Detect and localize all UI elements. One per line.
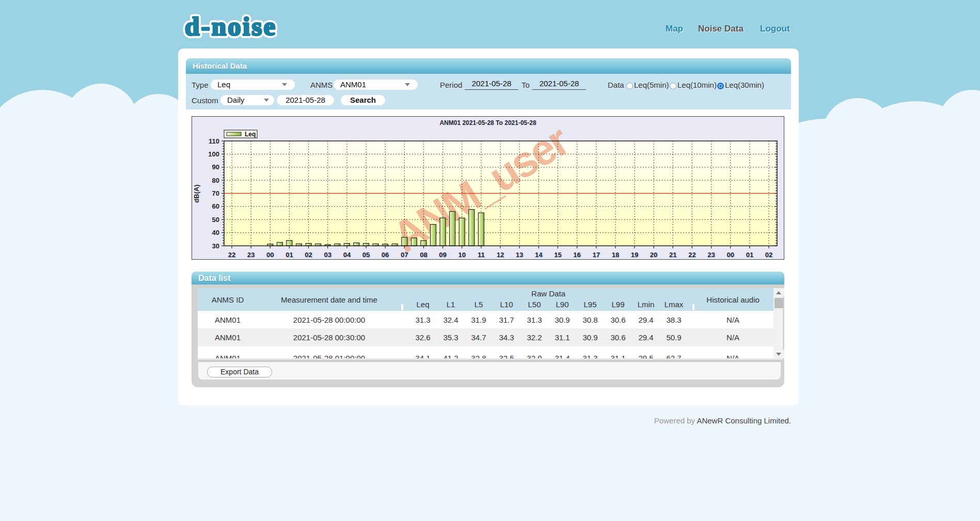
svg-text:04: 04 [343,251,351,259]
svg-text:60: 60 [212,202,219,210]
svg-text:01: 01 [286,251,293,259]
svg-text:05: 05 [362,251,370,259]
svg-text:12: 12 [497,251,504,259]
svg-text:02: 02 [765,251,772,259]
svg-text:22: 22 [688,251,696,259]
svg-text:23: 23 [247,251,255,259]
svg-text:07: 07 [401,251,408,259]
svg-text:14: 14 [535,251,543,259]
svg-text:ANM01 2021-05-28 To 2021-05-28: ANM01 2021-05-28 To 2021-05-28 [439,119,536,127]
svg-text:00: 00 [726,251,734,259]
svg-text:100: 100 [208,150,219,158]
svg-text:08: 08 [420,251,427,259]
svg-text:110: 110 [209,137,219,145]
svg-text:23: 23 [707,251,715,259]
svg-text:17: 17 [592,251,599,259]
svg-text:10: 10 [458,251,465,259]
svg-text:16: 16 [573,251,580,259]
svg-text:03: 03 [324,251,331,259]
svg-text:70: 70 [212,190,219,197]
svg-text:06: 06 [382,251,389,259]
svg-text:15: 15 [554,251,561,259]
svg-text:13: 13 [516,251,523,259]
svg-text:01: 01 [746,251,753,259]
svg-text:09: 09 [439,251,446,259]
svg-text:Leq: Leq [245,131,256,138]
svg-text:21: 21 [669,251,676,259]
svg-text:90: 90 [212,163,219,171]
svg-text:00: 00 [266,251,274,259]
svg-text:40: 40 [212,229,219,236]
svg-text:50: 50 [212,216,219,224]
svg-text:11: 11 [478,251,485,259]
svg-text:30: 30 [212,242,219,250]
svg-text:18: 18 [612,251,619,259]
svg-text:80: 80 [212,177,219,184]
svg-text:02: 02 [305,251,312,259]
svg-text:d-noise: d-noise [185,12,277,41]
svg-text:20: 20 [650,251,657,259]
svg-text:dB(A): dB(A) [193,184,200,202]
svg-text:19: 19 [631,251,638,259]
svg-text:22: 22 [228,251,235,259]
